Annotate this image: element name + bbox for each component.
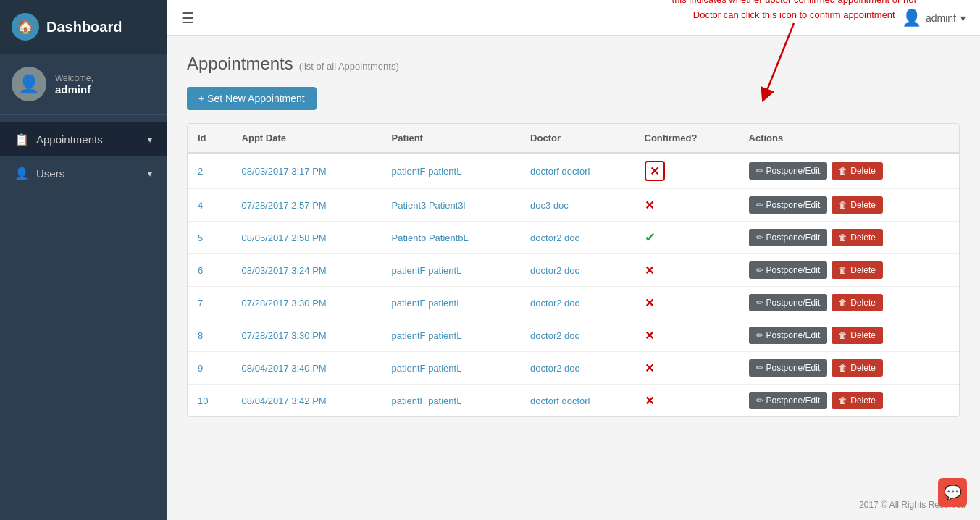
cell-patient: patientF patientL <box>382 385 521 417</box>
users-icon: 👤 <box>14 167 29 180</box>
chevron-down-icon: ▾ <box>148 135 152 145</box>
delete-button[interactable]: 🗑 Delete <box>832 294 883 311</box>
sidebar-item-users[interactable]: 👤 Users ▾ <box>0 156 167 190</box>
cell-doctor: doctor2 doc <box>520 319 634 352</box>
cell-confirmed[interactable]: ✕ <box>635 189 739 222</box>
cell-actions: ✏ Postpone/Edit🗑 Delete <box>739 222 959 254</box>
postpone-edit-button[interactable]: ✏ Postpone/Edit <box>749 261 828 279</box>
pencil-icon: ✏ <box>756 298 763 308</box>
col-patient: Patient <box>382 124 521 153</box>
col-id: Id <box>188 124 232 153</box>
confirmed-x-icon[interactable]: ✕ <box>645 395 654 407</box>
trash-icon: 🗑 <box>839 166 847 176</box>
cell-actions: ✏ Postpone/Edit🗑 Delete <box>739 352 959 385</box>
topbar-username: adminf <box>926 12 956 24</box>
avatar: 👤 <box>12 67 46 101</box>
appointments-table: Id Appt Date Patient Doctor Confirmed? A… <box>188 124 959 416</box>
pencil-icon: ✏ <box>756 265 763 275</box>
confirmed-x-icon[interactable]: ✕ <box>645 330 654 342</box>
page-subtitle: (list of all Appointments) <box>299 61 399 72</box>
table-row: 707/28/2017 3:30 PMpatientF patientLdoct… <box>188 287 959 319</box>
cell-id: 10 <box>188 385 232 417</box>
confirmed-circled-x-icon[interactable]: ✕ <box>645 161 665 181</box>
trash-icon: 🗑 <box>839 395 847 406</box>
col-doctor: Doctor <box>520 124 634 153</box>
cell-confirmed[interactable]: ✕ <box>635 385 739 417</box>
table-body: 208/03/2017 3:17 PMpatientF patientLdoct… <box>188 153 959 416</box>
table-row: 1008/04/2017 3:42 PMpatientF patientLdoc… <box>188 385 959 417</box>
trash-icon: 🗑 <box>839 232 847 243</box>
topbar-chevron: ▾ <box>960 12 966 24</box>
cell-confirmed[interactable]: ✕ <box>635 254 739 287</box>
cell-date: 08/04/2017 3:40 PM <box>232 352 382 385</box>
page-content: Appointments (list of all Appointments) … <box>167 36 980 490</box>
cell-confirmed[interactable]: ✕ <box>635 352 739 385</box>
cell-doctor: doc3 doc <box>520 189 634 222</box>
postpone-edit-button[interactable]: ✏ Postpone/Edit <box>749 359 828 377</box>
delete-button[interactable]: 🗑 Delete <box>832 392 883 409</box>
user-avatar-icon: 👤 <box>902 9 921 28</box>
cell-patient: patientF patientL <box>382 287 521 319</box>
cell-date: 08/03/2017 3:17 PM <box>232 153 382 189</box>
sidebar-item-appointments[interactable]: 📋 Appointments ▾ <box>0 122 167 156</box>
postpone-edit-button[interactable]: ✏ Postpone/Edit <box>749 327 828 344</box>
topbar-user[interactable]: 👤 adminf ▾ <box>902 9 966 28</box>
hamburger-icon[interactable]: ☰ <box>181 9 194 27</box>
col-confirmed: Confirmed? <box>635 124 739 153</box>
confirmed-x-icon[interactable]: ✕ <box>645 199 654 211</box>
chevron-down-icon-users: ▾ <box>148 169 152 179</box>
postpone-edit-button[interactable]: ✏ Postpone/Edit <box>749 392 828 409</box>
pencil-icon: ✏ <box>756 232 763 243</box>
new-appointment-button[interactable]: + Set New Appointment <box>187 87 317 110</box>
cell-actions: ✏ Postpone/Edit🗑 Delete <box>739 319 959 352</box>
cell-actions: ✏ Postpone/Edit🗑 Delete <box>739 153 959 189</box>
table-row: 608/03/2017 3:24 PMpatientF patientLdoct… <box>188 254 959 287</box>
appointments-icon: 📋 <box>14 133 29 146</box>
cell-confirmed[interactable]: ✕ <box>635 287 739 319</box>
pencil-icon: ✏ <box>756 200 763 210</box>
appointments-table-wrapper: Id Appt Date Patient Doctor Confirmed? A… <box>187 123 960 417</box>
cell-doctor: doctorf doctorl <box>520 153 634 189</box>
support-button[interactable]: 💬 <box>938 478 967 507</box>
sidebar-user: 👤 Welcome, adminf <box>0 54 167 115</box>
trash-icon: 🗑 <box>839 265 847 275</box>
confirmed-check-icon[interactable]: ✔ <box>645 230 656 245</box>
confirmed-x-icon[interactable]: ✕ <box>645 362 654 374</box>
delete-button[interactable]: 🗑 Delete <box>832 359 883 377</box>
postpone-edit-button[interactable]: ✏ Postpone/Edit <box>749 229 828 246</box>
delete-button[interactable]: 🗑 Delete <box>832 229 883 246</box>
page-header: Appointments (list of all Appointments) <box>187 54 960 74</box>
sidebar-nav: 📋 Appointments ▾ 👤 Users ▾ <box>0 115 167 190</box>
sidebar-item-appointments-label: Appointments <box>36 133 103 146</box>
postpone-edit-button[interactable]: ✏ Postpone/Edit <box>749 196 828 214</box>
delete-button[interactable]: 🗑 Delete <box>832 327 883 344</box>
delete-button[interactable]: 🗑 Delete <box>832 261 883 279</box>
cell-doctor: doctor2 doc <box>520 254 634 287</box>
logo-icon: 🏠 <box>12 13 39 41</box>
trash-icon: 🗑 <box>839 298 847 308</box>
postpone-edit-button[interactable]: ✏ Postpone/Edit <box>749 162 828 180</box>
trash-icon: 🗑 <box>839 363 847 373</box>
cell-doctor: doctor2 doc <box>520 287 634 319</box>
col-appt-date: Appt Date <box>232 124 382 153</box>
cell-confirmed[interactable]: ✕ <box>635 319 739 352</box>
cell-id: 5 <box>188 222 232 254</box>
confirmed-x-icon[interactable]: ✕ <box>645 297 654 309</box>
postpone-edit-button[interactable]: ✏ Postpone/Edit <box>749 294 828 311</box>
cell-confirmed[interactable]: ✔ <box>635 222 739 254</box>
cell-doctor: doctor2 doc <box>520 222 634 254</box>
pencil-icon: ✏ <box>756 395 763 406</box>
cell-actions: ✏ Postpone/Edit🗑 Delete <box>739 189 959 222</box>
cell-actions: ✏ Postpone/Edit🗑 Delete <box>739 254 959 287</box>
cell-id: 4 <box>188 189 232 222</box>
cell-doctor: doctorf doctorl <box>520 385 634 417</box>
main-content: ☰ 👤 adminf ▾ Appointments (list of all A… <box>167 0 980 520</box>
delete-button[interactable]: 🗑 Delete <box>832 196 883 214</box>
delete-button[interactable]: 🗑 Delete <box>832 162 883 180</box>
confirmed-x-icon[interactable]: ✕ <box>645 264 654 277</box>
support-icon: 💬 <box>944 484 962 501</box>
cell-id: 9 <box>188 352 232 385</box>
cell-id: 6 <box>188 254 232 287</box>
cell-confirmed[interactable]: ✕ <box>635 153 739 189</box>
cell-actions: ✏ Postpone/Edit🗑 Delete <box>739 287 959 319</box>
